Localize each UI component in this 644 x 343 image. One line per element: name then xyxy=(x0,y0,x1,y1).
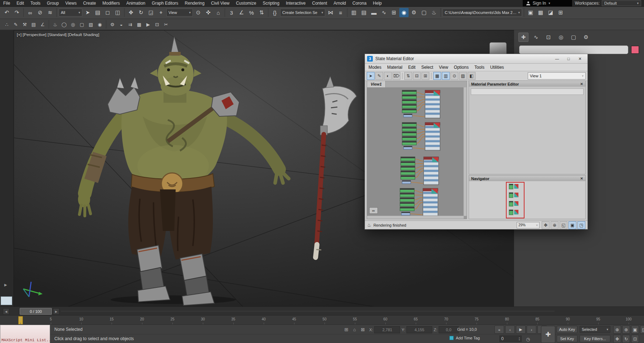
node-view-vscrollbar[interactable] xyxy=(463,87,467,216)
workspace-dropdown[interactable]: Default ▾ xyxy=(602,0,641,6)
delete-selected-icon[interactable]: ⌦ xyxy=(392,72,400,80)
zoom-extents-selected-icon[interactable]: ◳ xyxy=(577,221,585,229)
zoom-extents-all-icon[interactable]: ▣ xyxy=(631,325,639,334)
tab-view1[interactable]: View1 xyxy=(367,81,386,87)
select-and-place-icon[interactable]: ⌖ xyxy=(156,8,166,17)
undo-icon[interactable]: ↶ xyxy=(2,8,11,17)
menu-edit[interactable]: Edit xyxy=(13,0,27,6)
slate-menu-modes[interactable]: Modes xyxy=(366,65,384,70)
menu-help[interactable]: Help xyxy=(370,0,385,6)
toggle-layer-explorer-icon[interactable]: ▤ xyxy=(359,8,369,17)
next-frame-icon[interactable]: › xyxy=(527,325,536,334)
rectangular-selection-region-icon[interactable]: ◻ xyxy=(103,8,112,17)
material-node-group[interactable] xyxy=(401,157,444,186)
menu-interactive[interactable]: Interactive xyxy=(283,0,309,6)
select-tool-icon[interactable]: ➤ xyxy=(367,72,375,80)
object-color-swatch[interactable] xyxy=(631,46,639,54)
create-tab-icon[interactable]: ✚ xyxy=(518,33,528,42)
rendered-frame-window-icon[interactable]: ▢ xyxy=(419,8,429,17)
target-icon[interactable]: ◎ xyxy=(69,20,77,28)
select-and-manipulate-icon[interactable]: ✜ xyxy=(204,8,213,17)
selection-filter-dropdown[interactable]: All▾ xyxy=(59,9,82,16)
selection-lock-icon[interactable]: ⊠ xyxy=(359,326,366,333)
sign-in-button[interactable]: Sign In ▾ xyxy=(523,0,572,6)
pan-hand-icon[interactable]: ✥ xyxy=(542,221,550,229)
curve-editor-icon[interactable]: ∿ xyxy=(379,8,389,17)
viewport-label[interactable]: [+] [Perspective] [Standard] [Default Sh… xyxy=(17,33,99,37)
hammer-tool-icon[interactable]: ⚒ xyxy=(21,20,29,28)
snaps-toggle-icon[interactable]: 3 xyxy=(227,8,236,17)
named-selection-sets-dropdown[interactable]: Create Selection Se▾ xyxy=(280,9,325,16)
frame-capture-icon[interactable]: ⊡ xyxy=(153,20,161,28)
field-of-view-icon[interactable]: ◱ xyxy=(640,325,644,334)
orbit-icon[interactable]: ↻ xyxy=(622,335,630,343)
slate-menu-edit[interactable]: Edit xyxy=(405,65,419,70)
slate-menu-select[interactable]: Select xyxy=(418,65,436,70)
redo-icon[interactable]: ↷ xyxy=(12,8,21,17)
current-frame-field[interactable]: 0 ▴▾ xyxy=(499,335,522,342)
menu-animation[interactable]: Animation xyxy=(123,0,148,6)
percent-snap-icon[interactable]: % xyxy=(247,8,256,17)
asset-library-icon[interactable]: ▦ xyxy=(536,8,545,17)
go-to-start-icon[interactable]: « xyxy=(494,325,504,334)
notes-icon[interactable]: ▤ xyxy=(30,20,38,28)
toggle-scene-explorer-icon[interactable]: ▥ xyxy=(349,8,358,17)
close-icon[interactable]: ✕ xyxy=(580,82,583,86)
select-and-link-icon[interactable]: ∞ xyxy=(25,8,35,17)
absolute-mode-toggle-icon[interactable]: ⊞ xyxy=(343,326,350,333)
key-selection-dropdown[interactable]: Selected ▾ xyxy=(580,326,610,333)
slate-material-editor-window[interactable]: 3 Slate Material Editor — □ ✕ ModesMater… xyxy=(365,54,588,230)
arrows-icon[interactable]: ⇉ xyxy=(126,20,134,28)
track-bar[interactable]: 0510152025303540455055606570758085909510… xyxy=(0,315,644,325)
offset-mode-icon[interactable]: ⌂ xyxy=(351,326,358,333)
menu-corona[interactable]: Corona xyxy=(349,0,370,6)
edit-named-selection-sets-icon[interactable]: {} xyxy=(270,8,279,17)
minimize-icon[interactable]: — xyxy=(552,55,562,62)
slate-title-bar[interactable]: 3 Slate Material Editor — □ ✕ xyxy=(365,54,587,64)
spinner-snap-icon[interactable]: ⇅ xyxy=(257,8,266,17)
menu-tools[interactable]: Tools xyxy=(27,0,44,6)
pan-view-icon[interactable]: ✥ xyxy=(613,335,621,343)
select-object-icon[interactable]: ➤ xyxy=(83,8,92,17)
box-shape-icon[interactable]: ▢ xyxy=(78,20,86,28)
show-grid-icon[interactable]: ⊞ xyxy=(421,72,429,80)
time-configuration-icon[interactable]: ◷ xyxy=(525,335,532,343)
viewport-layout-tab[interactable] xyxy=(1,296,12,305)
mirror-icon[interactable]: ⋈ xyxy=(326,8,335,17)
spinner-icons[interactable]: ▴▾ xyxy=(519,337,520,341)
menu-scripting[interactable]: Scripting xyxy=(259,0,283,6)
zoom-selected-icon[interactable]: ⊙ xyxy=(450,72,458,80)
layout-children-icon[interactable]: ▥ xyxy=(442,72,450,80)
menu-civil-view[interactable]: Civil View xyxy=(208,0,233,6)
material-node-group[interactable] xyxy=(402,90,445,120)
reference-coordinate-system-dropdown[interactable]: View▾ xyxy=(166,9,193,16)
slate-menu-tools[interactable]: Tools xyxy=(472,65,487,70)
grid-pattern-icon[interactable]: ▩ xyxy=(135,20,143,28)
maximize-icon[interactable]: □ xyxy=(563,55,574,62)
time-slider-track[interactable] xyxy=(61,311,555,311)
menu-graph-editors[interactable]: Graph Editors xyxy=(148,0,181,6)
select-and-move-icon[interactable]: ✥ xyxy=(126,8,136,17)
pattern-icon[interactable]: ▧ xyxy=(87,20,95,28)
workspace-grid-icon[interactable]: ⊞ xyxy=(556,8,565,17)
find-binoculars-icon[interactable]: ∞ xyxy=(369,207,378,214)
previous-frame-icon[interactable]: ‹ xyxy=(505,325,515,334)
use-pivot-point-center-icon[interactable]: ⊙ xyxy=(194,8,203,17)
schematic-view-icon[interactable]: ⊞ xyxy=(389,8,399,17)
zoom-extents-icon[interactable]: ▣ xyxy=(569,221,576,229)
circle-shape-icon[interactable]: ◯ xyxy=(60,20,68,28)
hierarchy-tab-icon[interactable]: ⊡ xyxy=(543,33,553,42)
navigator-thumbnails[interactable] xyxy=(469,181,586,219)
import-scene-icon[interactable]: ▣ xyxy=(526,8,535,17)
close-icon[interactable]: ✕ xyxy=(580,177,583,180)
pick-material-from-object-icon[interactable]: ✎ xyxy=(375,72,383,80)
previous-frame-arrow-icon[interactable]: ◀ xyxy=(3,308,9,315)
menu-rendering[interactable]: Rendering xyxy=(181,0,208,6)
slate-menu-utilities[interactable]: Utilities xyxy=(487,65,507,70)
unlink-selection-icon[interactable]: ⊘ xyxy=(35,8,45,17)
set-keys-button[interactable]: ✚ xyxy=(541,326,555,343)
close-icon[interactable]: ✕ xyxy=(575,55,585,62)
sphere-shape-icon[interactable]: ◉ xyxy=(96,20,104,28)
menu-content[interactable]: Content xyxy=(309,0,330,6)
expand-panel-icon[interactable]: ▶ xyxy=(4,283,7,287)
